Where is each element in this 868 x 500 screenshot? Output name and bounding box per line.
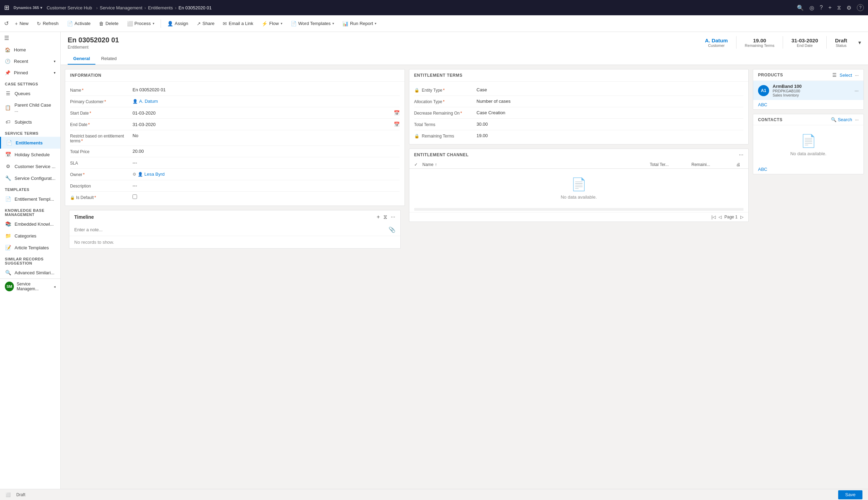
sidebar-item-service-config[interactable]: 🔧 Service Configurat... — [0, 172, 60, 184]
field-restrict-value[interactable]: No — [133, 132, 400, 139]
timeline-filter-icon[interactable]: ⧖ — [383, 214, 387, 220]
field-allocation-type: Allocation Type* Number of cases — [409, 96, 749, 107]
sidebar-item-home[interactable]: 🏠 Home — [0, 44, 60, 56]
settings-icon[interactable]: ⚙ — [846, 5, 851, 11]
contacts-search-button[interactable]: 🔍 Search — [831, 117, 852, 122]
timeline-more-icon[interactable]: ··· — [391, 214, 395, 220]
tab-related[interactable]: Related — [95, 53, 122, 65]
end-date-calendar-icon[interactable]: 📅 — [394, 122, 400, 127]
channel-next-page[interactable]: ▷ — [740, 215, 743, 219]
products-select-button[interactable]: Select — [840, 73, 852, 78]
sidebar-item-entitlements[interactable]: 📄 Entitlements — [0, 137, 60, 149]
save-button[interactable]: Save — [838, 490, 862, 499]
contacts-no-data: 📄 No data available. — [753, 125, 863, 165]
help2-icon[interactable]: ? — [857, 4, 864, 11]
sidebar-item-embedded-knowl[interactable]: 📚 Embedded Knowl... — [0, 218, 60, 230]
contacts-abc-link[interactable]: ABC — [753, 165, 863, 174]
field-end-date-value[interactable]: 31-03-2020 📅 — [133, 121, 400, 128]
timeline-card: Timeline + ⧖ ··· 📎 No records to show. — [69, 210, 401, 249]
field-total-price-value[interactable]: 20.00 — [133, 148, 400, 155]
field-decrease-remaining-value[interactable]: Case Creation — [477, 109, 744, 116]
assign-button[interactable]: 👤 Assign — [164, 19, 192, 28]
sidebar-item-parent-child[interactable]: 📋 Parent Child Case ... — [0, 99, 60, 116]
word-templates-button[interactable]: 📄 Word Templates ▾ — [287, 19, 338, 28]
plus-icon[interactable]: + — [828, 5, 832, 11]
share-button[interactable]: ↗ Share — [193, 19, 218, 28]
field-name-value[interactable]: En 03052020 01 — [133, 86, 400, 93]
content-area: En 03052020 01 Entitlement A. Datum Cust… — [61, 32, 868, 489]
new-button[interactable]: + New — [11, 19, 32, 28]
channel-more-icon[interactable]: ··· — [739, 152, 743, 158]
product-name[interactable]: ArmBand 100 — [773, 84, 851, 89]
channel-print-icon[interactable]: 🖨 — [733, 162, 743, 167]
status-page-icon[interactable]: ⬜ — [6, 492, 11, 497]
timeline-add-icon[interactable]: + — [377, 214, 380, 220]
is-default-checkbox[interactable] — [133, 194, 137, 199]
no-data-text: No data available. — [561, 194, 597, 200]
help-icon[interactable]: ? — [820, 5, 823, 11]
field-allocation-type-value[interactable]: Number of cases — [477, 98, 744, 105]
filter-icon[interactable]: ⧖ — [837, 5, 841, 11]
field-restrict: Restrict based on entitlement terms* No — [65, 130, 405, 145]
sidebar-item-customer-service[interactable]: ⚙ Customer Service ... — [0, 160, 60, 172]
refresh-button[interactable]: ↻ Refresh — [33, 19, 62, 28]
sidebar-item-categories[interactable]: 📁 Categories — [0, 230, 60, 242]
field-sla-value[interactable]: --- — [133, 159, 400, 166]
process-button[interactable]: ⬜ Process ▾ — [124, 19, 158, 28]
products-abc-link[interactable]: ABC — [753, 100, 863, 109]
sidebar-item-pinned[interactable]: 📌 Pinned ▾ — [0, 67, 60, 78]
sidebar-item-holiday-schedule[interactable]: 📅 Holiday Schedule — [0, 149, 60, 160]
assistant-icon[interactable]: ◎ — [809, 5, 814, 11]
meta-remaining-label: Remaining Terms — [745, 43, 774, 48]
waffle-icon[interactable]: ⊞ — [4, 4, 9, 11]
channel-name-col[interactable]: Name ↑ — [423, 162, 650, 167]
field-is-default-value[interactable] — [133, 194, 400, 201]
left-column: INFORMATION Name* En 03052020 01 Primary… — [65, 69, 405, 485]
sidebar-item-queues[interactable]: ☰ Queues — [0, 88, 60, 99]
sidebar-toggle[interactable]: ☰ — [0, 32, 60, 44]
flow-button[interactable]: ⚡ Flow ▾ — [258, 19, 286, 28]
app-name[interactable]: Dynamics 365 ▾ — [14, 6, 42, 10]
start-date-calendar-icon[interactable]: 📅 — [394, 110, 400, 116]
email-button[interactable]: ✉ Email a Link — [219, 19, 257, 28]
product-item-more-icon[interactable]: ··· — [854, 88, 859, 93]
field-remaining-terms-value[interactable]: 19.00 — [477, 132, 744, 139]
delete-button[interactable]: 🗑 Delete — [95, 19, 122, 28]
tab-general[interactable]: General — [68, 53, 95, 65]
search-icon[interactable]: 🔍 — [797, 5, 804, 11]
no-data-icon: 📄 — [571, 177, 587, 192]
field-start-date-value[interactable]: 01-03-2020 📅 — [133, 109, 400, 116]
sidebar-item-advanced-similar[interactable]: 🔍 Advanced Similari... — [0, 267, 60, 278]
channel-first-page[interactable]: |◁ — [712, 215, 716, 219]
sidebar-item-article-templates[interactable]: 📝 Article Templates — [0, 242, 60, 253]
timeline-note-input[interactable] — [74, 227, 386, 232]
field-customer-value[interactable]: 👤 A. Datum — [133, 98, 400, 105]
activate-button[interactable]: 📄 Activate — [63, 19, 94, 28]
field-entity-type-value[interactable]: Case — [477, 86, 744, 93]
meta-expand-icon[interactable]: ▾ — [858, 39, 861, 46]
breadcrumb-service-management[interactable]: Service Management — [100, 5, 143, 10]
meta-customer-value[interactable]: A. Datum — [705, 38, 728, 43]
attachment-icon[interactable]: 📎 — [389, 226, 395, 233]
field-description-value[interactable]: --- — [133, 182, 400, 189]
sidebar-label-entitlements: Entitlements — [16, 140, 43, 145]
channel-total-col: Total Ter... — [650, 162, 691, 167]
products-more-icon[interactable]: ··· — [855, 73, 859, 78]
user-avatar: SM — [5, 282, 14, 291]
top-nav-right: 🔍 ◎ ? + ⧖ ⚙ ? — [797, 4, 864, 11]
sidebar-user-area[interactable]: SM Service Managem... ◂ — [0, 278, 60, 294]
back-icon[interactable]: ↺ — [4, 20, 9, 27]
contacts-title: CONTACTS — [758, 117, 831, 122]
products-list-view-icon[interactable]: ☰ — [832, 72, 837, 78]
run-report-button[interactable]: 📊 Run Report ▾ — [339, 19, 380, 28]
breadcrumb-entitlements[interactable]: Entitlements — [148, 5, 173, 10]
field-owner-value[interactable]: ⚙ 👤 Lesa Byrd — [133, 171, 400, 177]
channel-scrollbar[interactable] — [414, 208, 744, 211]
contacts-more-icon[interactable]: ··· — [855, 117, 859, 122]
sidebar-item-recent[interactable]: 🕐 Recent ▾ — [0, 56, 60, 67]
sidebar-item-entitlement-templ[interactable]: 📄 Entitlement Templ... — [0, 193, 60, 205]
channel-prev-page[interactable]: ◁ — [718, 215, 722, 219]
field-total-terms-value[interactable]: 30.00 — [477, 121, 744, 127]
sidebar-item-subjects[interactable]: 🏷 Subjects — [0, 116, 60, 128]
process-chevron: ▾ — [153, 22, 154, 25]
